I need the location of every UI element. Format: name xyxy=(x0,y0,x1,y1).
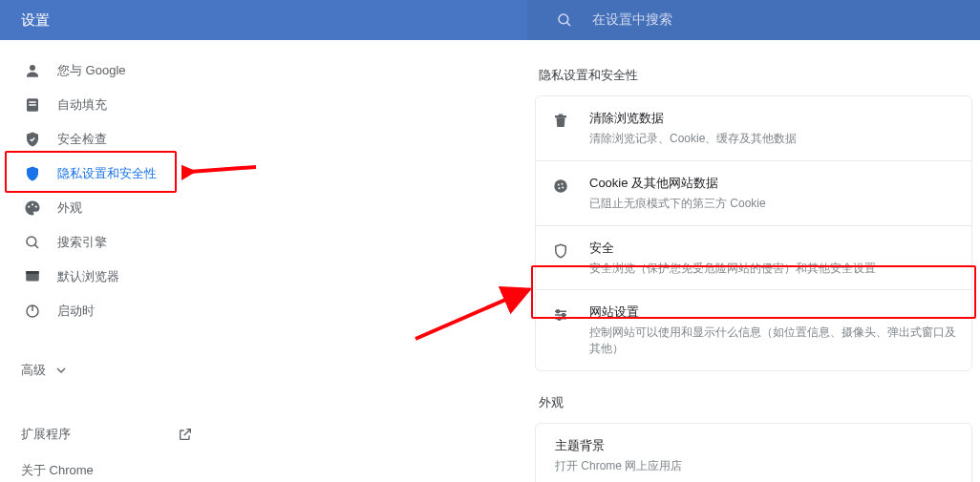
autofill-icon xyxy=(23,95,42,115)
shield-check-icon xyxy=(23,130,42,149)
section-title-appearance: 外观 xyxy=(527,394,980,411)
row-title: 清除浏览数据 xyxy=(589,110,956,127)
sidebar-item-safety-check[interactable]: 安全检查 xyxy=(0,122,220,157)
cookie-icon xyxy=(551,177,570,196)
svg-rect-16 xyxy=(559,115,564,116)
palette-icon xyxy=(23,199,42,218)
magnifier-icon xyxy=(23,233,42,252)
svg-point-6 xyxy=(28,205,30,207)
sidebar-item-privacy[interactable]: 隐私设置和安全性 xyxy=(0,157,220,191)
svg-point-18 xyxy=(558,183,560,185)
person-icon xyxy=(23,61,42,80)
sidebar-item-label: 隐私设置和安全性 xyxy=(57,165,157,182)
row-desc: 已阻止无痕模式下的第三方 Cookie xyxy=(589,196,956,212)
external-link-icon xyxy=(178,427,193,442)
sidebar-item-you-and-google[interactable]: 您与 Google xyxy=(0,53,220,88)
sidebar-item-label: 默认浏览器 xyxy=(57,268,119,285)
sidebar-item-label: 自动填充 xyxy=(57,96,107,114)
sidebar-item-default-browser[interactable]: 默认浏览器 xyxy=(0,260,220,294)
header-search-bar[interactable]: 在设置中搜索 xyxy=(527,0,980,40)
power-icon xyxy=(23,302,42,321)
row-title: Cookie 及其他网站数据 xyxy=(589,175,956,192)
row-title: 主题背景 xyxy=(555,437,605,454)
tune-icon xyxy=(551,305,570,325)
row-desc: 安全浏览（保护您免受危险网站的侵害）和其他安全设置 xyxy=(589,261,956,277)
svg-point-0 xyxy=(559,14,568,24)
svg-point-26 xyxy=(563,314,565,317)
sidebar-item-on-startup[interactable]: 启动时 xyxy=(0,294,220,328)
section-title-privacy: 隐私设置和安全性 xyxy=(527,67,980,84)
sidebar-about-label: 关于 Chrome xyxy=(21,462,94,479)
main-pane: 隐私设置和安全性 清除浏览数据 清除浏览记录、Cookie、缓存及其他数据 Co… xyxy=(527,40,980,482)
row-title: 安全 xyxy=(589,240,956,257)
sidebar-item-label: 启动时 xyxy=(57,303,95,320)
row-cookies[interactable]: Cookie 及其他网站数据 已阻止无痕模式下的第三方 Cookie xyxy=(536,160,971,225)
svg-line-1 xyxy=(566,22,570,26)
row-site-settings[interactable]: 网站设置 控制网站可以使用和显示什么信息（如位置信息、摄像头、弹出式窗口及其他） xyxy=(536,289,971,370)
svg-point-8 xyxy=(35,205,37,207)
svg-line-10 xyxy=(34,244,38,248)
sidebar-item-search-engine[interactable]: 搜索引擎 xyxy=(0,225,220,260)
appearance-card: 主题背景 打开 Chrome 网上应用店 显示"主页"按钮 已停用 xyxy=(535,423,972,482)
row-desc: 控制网站可以使用和显示什么信息（如位置信息、摄像头、弹出式窗口及其他） xyxy=(589,325,956,357)
svg-point-27 xyxy=(558,318,561,321)
sidebar-item-label: 外观 xyxy=(57,199,82,217)
trash-icon xyxy=(551,112,570,131)
row-security[interactable]: 安全 安全浏览（保护您免受危险网站的侵害）和其他安全设置 xyxy=(536,225,971,290)
svg-point-19 xyxy=(562,183,564,185)
search-icon xyxy=(556,11,573,29)
svg-point-2 xyxy=(30,65,35,71)
row-clear-browsing-data[interactable]: 清除浏览数据 清除浏览记录、Cookie、缓存及其他数据 xyxy=(536,96,971,160)
row-desc: 清除浏览记录、Cookie、缓存及其他数据 xyxy=(589,131,956,147)
row-desc: 打开 Chrome 网上应用店 xyxy=(555,458,682,474)
privacy-card: 清除浏览数据 清除浏览记录、Cookie、缓存及其他数据 Cookie 及其他网… xyxy=(535,95,972,371)
sidebar: 您与 Google 自动填充 安全检查 隐私设置和安全性 外观 搜索引擎 xyxy=(0,40,220,482)
svg-point-9 xyxy=(27,237,36,246)
browser-icon xyxy=(23,267,42,286)
sidebar-about-chrome[interactable]: 关于 Chrome xyxy=(21,452,193,482)
svg-point-17 xyxy=(554,179,567,193)
row-title: 网站设置 xyxy=(589,304,956,321)
page-title: 设置 xyxy=(21,11,50,30)
annotation-arrow-2 xyxy=(411,267,535,344)
chevron-down-icon xyxy=(53,363,69,378)
svg-point-20 xyxy=(559,187,561,189)
sidebar-advanced-label: 高级 xyxy=(21,362,46,379)
header-left: 设置 xyxy=(0,0,527,40)
sidebar-item-label: 安全检查 xyxy=(57,131,107,148)
svg-point-7 xyxy=(32,203,33,205)
sidebar-item-label: 您与 Google xyxy=(57,62,126,79)
sidebar-item-label: 搜索引擎 xyxy=(57,234,107,251)
shield-outline-icon xyxy=(551,241,570,261)
svg-line-29 xyxy=(415,291,525,339)
sidebar-advanced[interactable]: 高级 xyxy=(0,351,220,389)
svg-point-25 xyxy=(557,310,560,313)
svg-rect-12 xyxy=(26,271,39,274)
sidebar-item-appearance[interactable]: 外观 xyxy=(0,191,220,225)
svg-point-21 xyxy=(562,186,564,188)
shield-icon xyxy=(23,164,42,183)
svg-rect-4 xyxy=(29,101,36,103)
row-theme[interactable]: 主题背景 打开 Chrome 网上应用店 xyxy=(536,424,971,482)
svg-rect-15 xyxy=(555,115,566,117)
search-placeholder: 在设置中搜索 xyxy=(592,11,672,29)
sidebar-item-autofill[interactable]: 自动填充 xyxy=(0,88,220,122)
sidebar-extensions-label: 扩展程序 xyxy=(21,426,71,443)
svg-rect-5 xyxy=(29,104,36,106)
sidebar-extensions[interactable]: 扩展程序 xyxy=(21,416,193,452)
